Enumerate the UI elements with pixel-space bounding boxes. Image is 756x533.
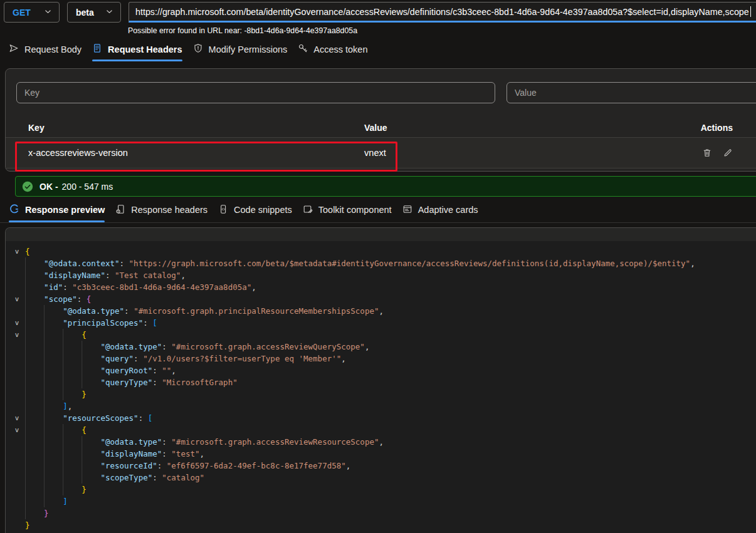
fold-chevron-icon[interactable]: ∨	[12, 317, 23, 329]
json-token: {	[81, 424, 87, 436]
json-token	[25, 257, 44, 269]
code-line: "displayName": "Test catalog",	[6, 269, 756, 281]
json-token: ,	[251, 281, 256, 293]
json-key: "scope"	[44, 293, 77, 305]
tab-adaptive-cards[interactable]: Adaptive cards	[402, 204, 478, 222]
json-token: [	[148, 412, 153, 424]
code-line: }	[6, 484, 756, 495]
code-editor[interactable]: ∨{ "@odata.context": "https://graph.micr…	[6, 241, 756, 533]
json-token	[25, 376, 100, 388]
code-line: "query": "/v1.0/users?$filter=userType e…	[6, 353, 756, 365]
fold-chevron-icon[interactable]: ∨	[12, 329, 23, 341]
json-key: "id"	[44, 281, 63, 293]
fold-chevron-icon[interactable]: ∨	[12, 246, 23, 257]
tab-label: Request Headers	[108, 44, 182, 54]
json-token	[25, 400, 63, 412]
column-header-actions: Actions	[701, 123, 733, 133]
json-string-value: "#microsoft.graph.accessReviewQueryScope…	[171, 341, 365, 353]
json-token: ,	[171, 365, 176, 376]
json-key: "principalScopes"	[63, 317, 143, 329]
json-token	[25, 424, 81, 436]
code-line: ∨ "resourceScopes": [	[6, 412, 756, 424]
tab-label: Response headers	[131, 205, 207, 215]
json-token: :	[134, 353, 143, 365]
tab-toolkit-component[interactable]: Toolkit component	[303, 204, 392, 222]
url-error-message: Possible error found in URL near: -8bd1-…	[128, 26, 756, 35]
fold-chevron-icon[interactable]: ∨	[12, 412, 23, 424]
row-actions	[702, 148, 733, 158]
tab-request-body[interactable]: Request Body	[9, 43, 81, 61]
status-detail: 200 - 547 ms	[62, 182, 113, 192]
json-string-value: "https://graph.microsoft.com/beta/$metad…	[129, 257, 691, 269]
json-token: ,	[379, 305, 384, 317]
json-token: :	[157, 460, 167, 472]
url-input[interactable]: https://graph.microsoft.com/beta/identit…	[129, 2, 756, 23]
json-token	[25, 305, 63, 317]
json-token: ]	[63, 400, 68, 412]
code-line: "displayName": "test",	[6, 448, 756, 460]
tab-label: Access token	[313, 44, 367, 54]
json-token: {	[87, 293, 92, 305]
headers-doc-icon	[115, 204, 125, 216]
fold-chevron-icon[interactable]: ∨	[12, 293, 23, 305]
code-line: ∨ {	[6, 424, 756, 436]
version-select[interactable]: beta	[67, 2, 121, 23]
json-token: :	[162, 436, 171, 448]
tab-label: Toolkit component	[318, 205, 392, 215]
json-token: {	[81, 329, 87, 341]
json-key: "@odata.type"	[100, 436, 162, 448]
json-token	[25, 412, 63, 424]
json-token: :	[152, 472, 162, 484]
tab-access-token[interactable]: Access token	[298, 43, 367, 61]
code-line: "scopeType": "catalog"	[6, 472, 756, 484]
json-key: "query"	[100, 353, 134, 365]
request-headers-panel: Key Value Actions x-accessreviews-versio…	[5, 68, 756, 172]
editor-header-strip	[6, 228, 756, 241]
json-token	[25, 329, 81, 341]
json-token	[25, 460, 100, 472]
tab-request-headers[interactable]: Request Headers	[92, 43, 182, 61]
tab-label: Request Body	[24, 44, 81, 54]
fold-chevron-icon[interactable]: ∨	[12, 424, 23, 436]
request-tabs: Request Body Request Headers Modify Perm…	[9, 43, 756, 61]
tab-response-preview[interactable]: Response preview	[9, 204, 105, 222]
method-select[interactable]: GET	[4, 2, 60, 23]
json-token: :	[139, 412, 148, 424]
toolkit-icon	[303, 204, 313, 216]
tab-code-snippets[interactable]: Code snippets	[218, 204, 292, 222]
code-line: "id": "c3b3ceec-8bd1-4d6a-9d64-4e397aa8d…	[6, 281, 756, 293]
tab-response-headers[interactable]: Response headers	[115, 204, 207, 222]
json-token	[25, 269, 44, 281]
json-key: "resourceScopes"	[63, 412, 138, 424]
json-token	[25, 484, 81, 495]
json-key: "queryType"	[100, 376, 152, 388]
code-line: }	[6, 507, 756, 519]
json-token: ,	[690, 257, 695, 269]
delete-header-button[interactable]	[702, 148, 712, 158]
json-token: ,	[181, 269, 186, 281]
tab-label: Response preview	[25, 205, 105, 215]
json-string-value: "#microsoft.graph.principalResourceMembe…	[134, 305, 379, 317]
success-check-icon	[22, 181, 33, 192]
code-line: "resourceId": "ef6f6597-6da2-49ef-bc8c-8…	[6, 460, 756, 472]
json-token: :	[143, 317, 152, 329]
json-token	[25, 341, 100, 353]
header-value-input[interactable]	[507, 82, 756, 103]
json-string-value: "test"	[171, 448, 199, 460]
headers-table-head: Key Value Actions	[6, 118, 756, 138]
code-line: "@odata.type": "#microsoft.graph.princip…	[6, 305, 756, 317]
tab-modify-permissions[interactable]: Modify Permissions	[193, 43, 288, 61]
json-token: {	[25, 246, 30, 257]
column-header-key: Key	[28, 123, 364, 133]
response-editor-panel: ∨{ "@odata.context": "https://graph.micr…	[5, 227, 756, 533]
json-token: ]	[63, 495, 68, 507]
json-key: "@odata.type"	[100, 341, 162, 353]
code-line: ∨ "scope": {	[6, 293, 756, 305]
code-line: "queryRoot": "",	[6, 365, 756, 376]
edit-header-button[interactable]	[723, 148, 733, 158]
trash-icon	[702, 150, 712, 160]
json-key: "displayName"	[100, 448, 162, 460]
key-icon	[298, 43, 308, 55]
header-key-input[interactable]	[16, 82, 495, 103]
json-token: :	[124, 305, 134, 317]
